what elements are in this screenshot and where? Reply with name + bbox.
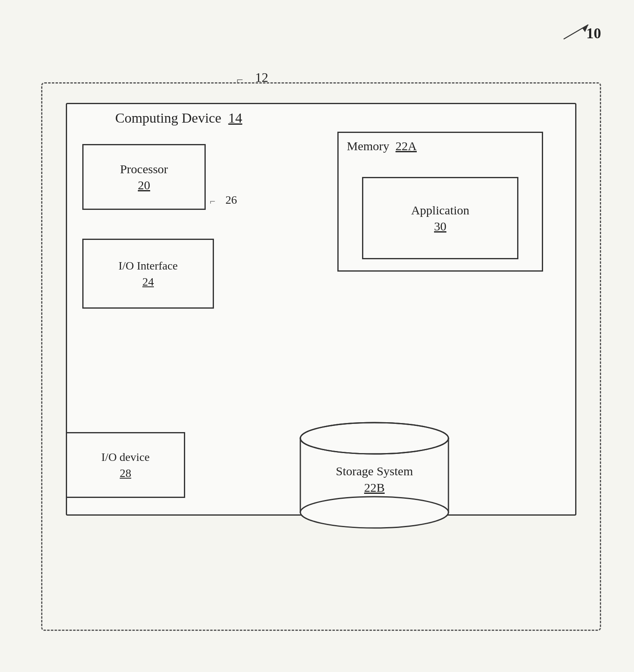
bus-label-26: 26 (225, 193, 237, 207)
svg-point-14 (301, 423, 448, 453)
svg-line-0 (564, 25, 588, 39)
io-interface-box: I/O Interface 24 (82, 239, 214, 309)
io-device-label: I/O device 28 (101, 449, 149, 481)
label-26-bracket: ⌐ (210, 196, 216, 207)
figure-number: 10 (586, 25, 601, 42)
processor-label: Processor 20 (120, 161, 168, 193)
computing-device-label: Computing Device 14 (115, 110, 242, 126)
application-label: Application 30 (411, 202, 469, 234)
svg-text:Storage System: Storage System (336, 464, 413, 478)
svg-point-13 (300, 497, 448, 528)
io-device-box: I/O device 28 (66, 432, 185, 498)
memory-label: Memory 22A (339, 133, 542, 157)
application-box: Application 30 (362, 177, 518, 259)
storage-system: Storage System 22B (296, 420, 453, 532)
processor-box: Processor 20 (82, 144, 206, 210)
io-interface-label: I/O Interface 24 (118, 258, 178, 290)
svg-text:22B: 22B (364, 481, 385, 494)
